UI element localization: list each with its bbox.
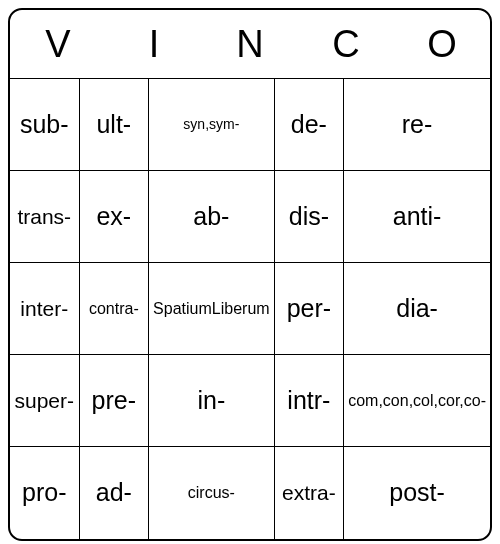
cell-line: con,col, (383, 392, 438, 410)
cell-line: cor,co- (438, 392, 486, 410)
bingo-card: V I N C O sub-ult-syn,sym-de-re-trans-ex… (8, 8, 492, 541)
bingo-cell[interactable]: re- (344, 79, 490, 171)
header-letter: O (394, 10, 490, 78)
bingo-cell[interactable]: trans- (10, 171, 80, 263)
bingo-cell[interactable]: circus- (149, 447, 275, 539)
bingo-cell[interactable]: ult- (80, 79, 150, 171)
bingo-cell[interactable]: in- (149, 355, 275, 447)
cell-line: com, (348, 392, 383, 410)
bingo-grid: sub-ult-syn,sym-de-re-trans-ex-ab-dis-an… (10, 78, 490, 539)
bingo-cell[interactable]: pro- (10, 447, 80, 539)
bingo-cell[interactable]: com,con,col,cor,co- (344, 355, 490, 447)
bingo-cell[interactable]: post- (344, 447, 490, 539)
bingo-cell[interactable]: syn,sym- (149, 79, 275, 171)
bingo-cell[interactable]: ex- (80, 171, 150, 263)
bingo-cell[interactable]: super- (10, 355, 80, 447)
bingo-cell[interactable]: sub- (10, 79, 80, 171)
header-letter: C (298, 10, 394, 78)
bingo-cell[interactable]: dis- (275, 171, 345, 263)
bingo-cell[interactable]: pre- (80, 355, 150, 447)
bingo-cell[interactable]: dia- (344, 263, 490, 355)
header-letter: V (10, 10, 106, 78)
header-letter: I (106, 10, 202, 78)
bingo-cell[interactable]: de- (275, 79, 345, 171)
header-letter: N (202, 10, 298, 78)
bingo-header: V I N C O (10, 10, 490, 78)
bingo-cell[interactable]: contra- (80, 263, 150, 355)
bingo-cell[interactable]: ab- (149, 171, 275, 263)
bingo-cell[interactable]: anti- (344, 171, 490, 263)
bingo-cell[interactable]: extra- (275, 447, 345, 539)
cell-line: Liberum (212, 300, 270, 318)
bingo-cell[interactable]: ad- (80, 447, 150, 539)
bingo-cell[interactable]: inter- (10, 263, 80, 355)
bingo-cell[interactable]: SpatiumLiberum (149, 263, 275, 355)
bingo-cell[interactable]: per- (275, 263, 345, 355)
cell-line: Spatium (153, 300, 212, 318)
bingo-cell[interactable]: intr- (275, 355, 345, 447)
